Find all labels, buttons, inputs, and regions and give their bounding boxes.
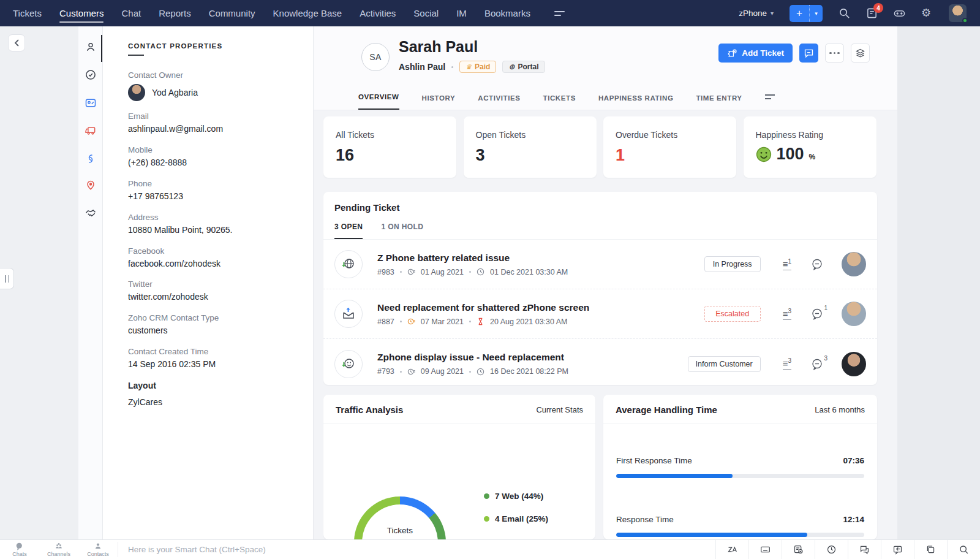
ticket-row[interactable]: Need replacement for shattered zPhone sc… (323, 289, 877, 339)
stat-open-tickets[interactable]: Open Tickets 3 (464, 116, 597, 178)
quick-create-button[interactable] (790, 5, 823, 22)
payments-icon[interactable] (85, 153, 97, 165)
chatbar-chats-tab[interactable]: Chats (0, 540, 39, 559)
stat-all-tickets[interactable]: All Tickets 16 (323, 116, 456, 178)
nav-bookmarks[interactable]: Bookmarks (484, 0, 530, 26)
caret-down-icon[interactable] (810, 5, 823, 22)
aht-range[interactable]: Last 6 months (815, 405, 865, 414)
tab-overflow-icon[interactable] (765, 94, 776, 102)
stat-overdue-tickets[interactable]: Overdue Tickets 1 (603, 116, 736, 178)
tab-happiness-rating[interactable]: HAPPINESS RATING (598, 94, 673, 110)
ticket-row[interactable]: Z Phone battery related issue #983 01 Au… (323, 240, 877, 289)
game-controller-icon[interactable] (894, 7, 905, 19)
assignee-avatar[interactable] (842, 352, 866, 376)
nav-activities[interactable]: Activities (360, 0, 396, 26)
keyboard-icon[interactable] (748, 540, 782, 559)
contact-properties-icon[interactable] (85, 41, 97, 53)
progress-fill (616, 474, 733, 478)
owner-name[interactable]: Yod Agbaria (152, 88, 198, 97)
created-clock-icon (407, 318, 415, 325)
chatbar-channels-tab[interactable]: Channels (39, 540, 78, 559)
traffic-range[interactable]: Current Stats (536, 405, 583, 414)
assignee-avatar[interactable] (842, 302, 866, 326)
history-clock-icon[interactable] (815, 540, 848, 559)
traffic-title: Traffic Analysis (336, 405, 403, 415)
field-value[interactable]: facebook.com/zohodesk (128, 258, 301, 270)
panel-drag-handle[interactable] (0, 268, 14, 289)
more-actions-button[interactable] (825, 44, 844, 63)
collapse-panel-button[interactable] (8, 34, 25, 51)
reply-inbox-icon[interactable] (881, 540, 914, 559)
department-selector[interactable]: zPhone (739, 9, 774, 18)
copy-stack-icon[interactable] (914, 540, 947, 559)
nav-chat[interactable]: Chat (121, 0, 141, 26)
chat-search-icon[interactable] (947, 540, 980, 559)
field-value[interactable]: twitter.com/zohodesk (128, 291, 301, 303)
smart-chat-input[interactable] (118, 540, 715, 559)
layout-layers-button[interactable] (851, 44, 870, 63)
ticket-title[interactable]: Need replacement for shattered zPhone sc… (377, 302, 589, 313)
id-card-icon[interactable] (85, 97, 97, 109)
nav-tickets[interactable]: Tickets (13, 0, 42, 26)
conversations-icon[interactable] (848, 540, 881, 559)
reply-chat-button[interactable] (799, 44, 818, 63)
assignee-avatar[interactable] (842, 252, 866, 276)
tab-time-entry[interactable]: TIME ENTRY (696, 94, 742, 110)
ticket-title[interactable]: Zphone display issue - Need replacement (377, 352, 568, 363)
zia-icon[interactable] (715, 540, 748, 559)
nav-community[interactable]: Community (209, 0, 255, 26)
thread-count[interactable]: ≡1 (783, 259, 791, 270)
search-icon[interactable] (839, 7, 850, 19)
more-menu-icon[interactable] (554, 9, 567, 18)
plus-icon[interactable] (790, 5, 810, 22)
user-avatar[interactable] (949, 4, 967, 22)
ticket-title[interactable]: Z Phone battery related issue (377, 253, 568, 264)
field-value[interactable]: (+26) 882-8888 (128, 157, 301, 169)
tab-open-tickets[interactable]: 3 OPEN (334, 222, 363, 239)
legend-web[interactable]: 7 Web (44%) (484, 492, 548, 501)
legend-email[interactable]: 4 Email (25%) (484, 514, 548, 523)
add-ticket-button[interactable]: Add Ticket (718, 44, 793, 63)
handshake-icon[interactable] (85, 207, 97, 219)
ticket-meta: #983 01 Aug 2021 01 Dec 2021 03:30 AM (377, 268, 568, 276)
tab-tickets[interactable]: TICKETS (543, 94, 576, 110)
location-pin-icon[interactable] (85, 180, 97, 192)
tab-history[interactable]: HISTORY (422, 94, 456, 110)
gear-icon[interactable] (921, 7, 933, 19)
field-value[interactable]: ashlinpaul.w@gmail.com (128, 123, 301, 135)
comment-count[interactable]: 1 (811, 308, 823, 320)
field-value[interactable]: 14 Sep 2016 02:35 PM (128, 359, 301, 370)
chevron-left-icon (14, 39, 20, 47)
orders-truck-icon[interactable] (85, 124, 97, 137)
nav-customers[interactable]: Customers (59, 0, 104, 26)
thread-count[interactable]: ≡3 (783, 358, 791, 370)
crown-icon (466, 63, 472, 71)
owner-avatar (128, 84, 145, 101)
tab-activities[interactable]: ACTIVITIES (478, 94, 520, 110)
ticket-status-badge[interactable]: In Progress (704, 256, 761, 272)
comment-count[interactable]: 3 (811, 358, 823, 370)
ticket-status-badge[interactable]: Inform Customer (688, 356, 761, 372)
account-name[interactable]: Ashlin Paul (399, 62, 445, 72)
comment-count[interactable] (811, 258, 823, 270)
field-value[interactable]: customers (128, 325, 301, 337)
task-note-icon[interactable] (782, 540, 815, 559)
chatbar-contacts-tab[interactable]: Contacts (78, 540, 118, 559)
nav-knowledge-base[interactable]: Knowledge Base (273, 0, 342, 26)
field-value[interactable]: ZylCares (128, 397, 301, 408)
nav-social[interactable]: Social (413, 0, 439, 26)
tab-overview[interactable]: OVERVIEW (358, 93, 399, 110)
nav-reports[interactable]: Reports (159, 0, 191, 26)
ticket-row[interactable]: Zphone display issue - Need replacement … (323, 339, 877, 389)
field-value[interactable]: +17 98765123 (128, 191, 301, 202)
contact-properties-title: CONTACT PROPERTIES (128, 42, 301, 56)
field-value[interactable]: 10880 Malibu Point, 90265. (128, 224, 301, 236)
stat-happiness-rating[interactable]: Happiness Rating 100 % (744, 116, 876, 178)
notifications-icon[interactable]: 4 (866, 7, 878, 19)
ticket-status-badge[interactable]: Escalated (704, 306, 761, 322)
nav-im[interactable]: IM (456, 0, 467, 26)
ticket-created-date: 07 Mar 2021 (421, 318, 464, 326)
thread-count[interactable]: ≡3 (783, 308, 791, 320)
tab-on-hold-tickets[interactable]: 1 ON HOLD (381, 222, 423, 239)
approvals-icon[interactable] (85, 69, 97, 81)
